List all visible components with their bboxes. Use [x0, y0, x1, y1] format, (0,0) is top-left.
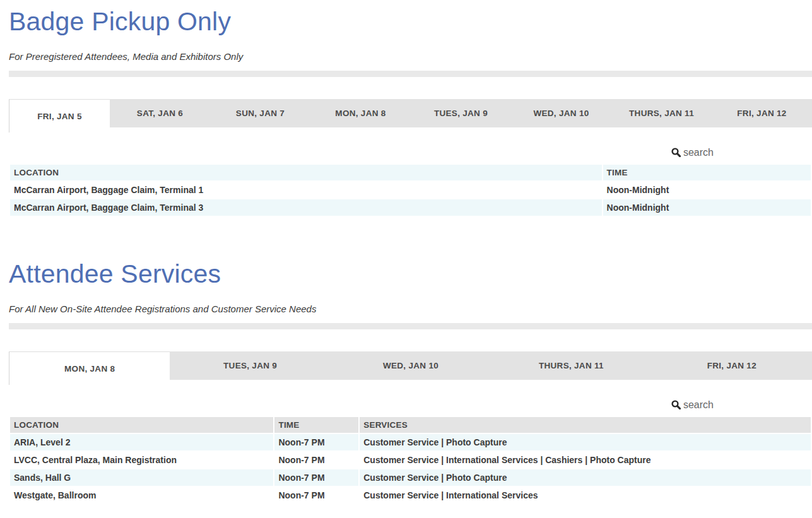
services-cell: Customer Service | Photo Capture [360, 434, 811, 450]
section-title: Attendee Services [9, 259, 812, 289]
tab-mon-jan-8[interactable]: MON, JAN 8 [310, 99, 411, 127]
section-subtitle: For All New On-Site Attendee Registratio… [9, 303, 812, 314]
attendee-services-tabbar: MON, JAN 8 TUES, JAN 9 WED, JAN 10 THURS… [9, 351, 812, 380]
attendee-services-hours-table: LOCATION TIME SERVICES ARIA, Level 2 Noo… [9, 416, 812, 505]
table-row: McCarran Airport, Baggage Claim, Termina… [10, 199, 811, 216]
search-row: search [9, 399, 812, 411]
location-cell: LVCC, Central Plaza, Main Registration [10, 452, 273, 468]
tab-fri-jan-12[interactable]: FRI, JAN 12 [712, 99, 812, 127]
column-header-services: SERVICES [360, 417, 811, 433]
table-row: ARIA, Level 2 Noon-7 PM Customer Service… [10, 434, 811, 450]
time-cell: Noon-7 PM [274, 452, 358, 468]
column-header-time: TIME [603, 165, 811, 180]
search-label: search [683, 399, 714, 411]
tab-thurs-jan-11[interactable]: THURS, JAN 11 [491, 351, 651, 380]
services-cell: Customer Service | International Service… [360, 487, 811, 503]
location-cell: Sands, Hall G [10, 469, 273, 486]
search-toggle[interactable]: search [671, 146, 714, 158]
tab-tues-jan-9[interactable]: TUES, JAN 9 [170, 351, 330, 380]
time-cell: Noon-Midnight [603, 199, 811, 216]
search-icon [671, 148, 683, 157]
table-row: McCarran Airport, Baggage Claim, Termina… [10, 182, 811, 198]
tab-mon-jan-8[interactable]: MON, JAN 8 [9, 351, 170, 385]
badge-pickup-section: Badge Pickup Only For Preregistered Atte… [9, 6, 812, 217]
column-header-location: LOCATION [10, 165, 602, 180]
location-cell: McCarran Airport, Baggage Claim, Termina… [10, 182, 602, 198]
location-cell: Westgate, Ballroom [10, 487, 273, 503]
section-subtitle: For Preregistered Attendees, Media and E… [9, 51, 812, 62]
tab-fri-jan-12[interactable]: FRI, JAN 12 [652, 351, 812, 380]
column-header-time: TIME [274, 417, 358, 433]
location-cell: ARIA, Level 2 [10, 434, 273, 450]
search-label: search [683, 146, 714, 158]
badge-pickup-tabbar: FRI, JAN 5 SAT, JAN 6 SUN, JAN 7 MON, JA… [9, 99, 812, 127]
services-cell: Customer Service | International Service… [360, 452, 811, 468]
search-icon [671, 400, 683, 409]
section-divider [9, 71, 812, 77]
attendee-services-section: Attendee Services For All New On-Site At… [9, 259, 812, 505]
time-cell: Noon-Midnight [603, 182, 811, 198]
tab-sun-jan-7[interactable]: SUN, JAN 7 [210, 99, 310, 127]
time-cell: Noon-7 PM [274, 487, 358, 503]
tab-tues-jan-9[interactable]: TUES, JAN 9 [411, 99, 511, 127]
search-row: search [9, 146, 812, 158]
time-cell: Noon-7 PM [274, 434, 358, 450]
page: Badge Pickup Only For Preregistered Atte… [9, 6, 812, 505]
tab-wed-jan-10[interactable]: WED, JAN 10 [331, 351, 491, 380]
services-cell: Customer Service | Photo Capture [360, 469, 811, 486]
time-cell: Noon-7 PM [274, 469, 358, 486]
badge-pickup-hours-table: LOCATION TIME McCarran Airport, Baggage … [9, 163, 812, 217]
tab-wed-jan-10[interactable]: WED, JAN 10 [511, 99, 611, 127]
search-toggle[interactable]: search [671, 399, 714, 411]
table-row: Sands, Hall G Noon-7 PM Customer Service… [10, 469, 811, 486]
table-row: LVCC, Central Plaza, Main Registration N… [10, 452, 811, 468]
tab-sat-jan-6[interactable]: SAT, JAN 6 [110, 99, 210, 127]
table-header-row: LOCATION TIME SERVICES [10, 417, 811, 433]
section-divider [9, 323, 812, 329]
page-title: Badge Pickup Only [9, 6, 812, 37]
table-header-row: LOCATION TIME [10, 165, 811, 180]
tab-fri-jan-5[interactable]: FRI, JAN 5 [9, 99, 110, 132]
table-row: Westgate, Ballroom Noon-7 PM Customer Se… [10, 487, 811, 503]
column-header-location: LOCATION [10, 417, 273, 433]
tab-thurs-jan-11[interactable]: THURS, JAN 11 [611, 99, 712, 127]
location-cell: McCarran Airport, Baggage Claim, Termina… [10, 199, 602, 216]
